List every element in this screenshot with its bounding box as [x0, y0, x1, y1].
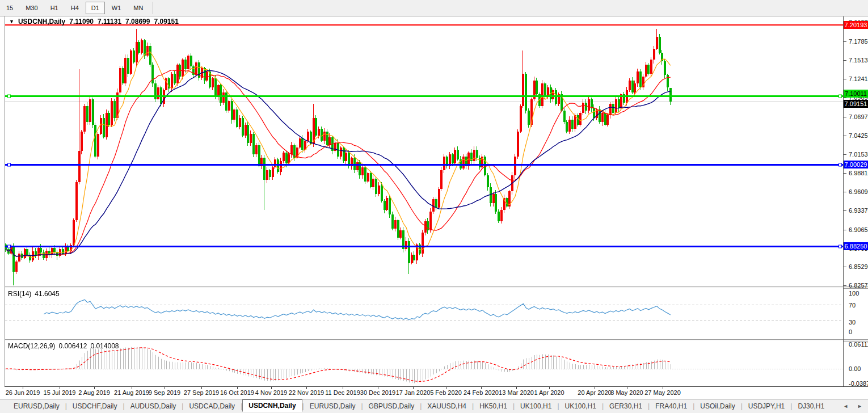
chart-tab-eurusd-daily[interactable]: EURUSD,Daily: [8, 401, 65, 412]
price-tick-label: 6.93370: [849, 207, 868, 214]
date-tick-label: 13 Mar 2020: [499, 389, 534, 396]
date-tick-label: 30 Dec 2019: [360, 389, 395, 396]
chart-tab-uk100-h1[interactable]: UK100,H1: [515, 401, 557, 412]
price-tick-mark: [844, 41, 846, 42]
date-tick-mark: [60, 387, 60, 389]
price-level-badge: 6.88250: [844, 242, 868, 250]
date-tick-label: 8 May 2020: [610, 389, 643, 396]
chart-left-border: [5, 16, 5, 386]
date-tick-mark: [627, 387, 627, 389]
rsi-indicator-canvas[interactable]: [5, 288, 843, 339]
price-level-badge: 7.20193: [844, 21, 868, 29]
date-tick-mark: [343, 387, 343, 389]
date-tick-mark: [516, 387, 517, 389]
rsi-axis-label: 30: [849, 319, 856, 326]
rsi-axis-label: 100: [849, 290, 859, 297]
price-tick-mark: [844, 136, 846, 136]
price-tick-mark: [844, 210, 846, 211]
date-tick-label: 24 Feb 2020: [464, 389, 499, 396]
price-axis-separator: [843, 16, 844, 386]
price-tick-label: 7.12410: [849, 75, 868, 82]
chart-tab-dj30-h1[interactable]: DJ30,H1: [792, 401, 830, 412]
macd-axis-label: 0.00: [849, 365, 861, 372]
date-tick-label: 9 Sep 2019: [149, 389, 180, 396]
chart-ohlc-title: ▼ USDCNH,Daily 7.11090 7.11131 7.08699 7…: [9, 18, 179, 26]
price-tick-label: 6.96090: [849, 188, 868, 195]
trading-terminal: 15M30H1H4D1W1MN ▼ USDCNH,Daily 7.11090 7…: [0, 0, 868, 413]
date-tick-label: 16 Oct 2019: [220, 389, 254, 396]
date-tick-mark: [94, 387, 95, 389]
price-tick-label: 7.01530: [849, 151, 868, 158]
price-level-badge: 7.10011: [844, 90, 868, 98]
date-tick-mark: [132, 387, 132, 389]
timeframe-button-m30[interactable]: M30: [20, 2, 43, 14]
date-tick-label: 22 Nov 2019: [289, 389, 324, 396]
price-chart-canvas[interactable]: [5, 16, 843, 286]
price-tick-label: 6.90650: [849, 226, 868, 233]
timeframe-button-15[interactable]: 15: [1, 2, 19, 14]
ohlc-high: 7.11131: [98, 18, 121, 26]
date-tick-mark: [306, 387, 307, 389]
ohlc-low: 7.08699: [125, 18, 150, 26]
timeframe-toolbar: 15M30H1H4D1W1MN: [0, 0, 868, 16]
price-tick-label: 6.85290: [849, 263, 868, 270]
price-tick-label: 7.17850: [849, 38, 868, 45]
timeframe-button-h1[interactable]: H1: [45, 2, 64, 14]
time-axis[interactable]: 26 Jun 201915 Jul 20192 Aug 201921 Aug 2…: [0, 387, 868, 399]
toolbar-separator: [153, 2, 153, 14]
macd-indicator-canvas[interactable]: [5, 340, 843, 386]
timeframe-button-d1[interactable]: D1: [86, 2, 105, 14]
date-tick-label: 2 Aug 2019: [78, 389, 110, 396]
date-tick-mark: [165, 387, 165, 389]
macd-label: MACD(12,26,9) 0.006412 0.014008: [8, 342, 119, 350]
price-tick-mark: [844, 154, 846, 155]
date-tick-mark: [237, 387, 238, 389]
date-tick-mark: [481, 387, 482, 389]
macd-name: MACD(12,26,9): [8, 342, 55, 350]
timeframe-button-mn[interactable]: MN: [128, 2, 149, 14]
ohlc-open: 7.11090: [69, 18, 94, 26]
date-tick-label: 4 Nov 2019: [255, 389, 287, 396]
date-tick-label: 20 Apr 2020: [578, 389, 611, 396]
price-tick-label: 6.82570: [849, 282, 868, 289]
chart-tab-hk50-h1[interactable]: HK50,H1: [474, 401, 513, 412]
price-tick-mark: [844, 98, 846, 98]
date-tick-mark: [595, 387, 595, 389]
price-tick-mark: [844, 60, 846, 61]
timeframe-button-h4[interactable]: H4: [65, 2, 85, 14]
timeframe-button-w1[interactable]: W1: [106, 2, 127, 14]
chart-tab-xauusd-h4[interactable]: XAUUSD,H4: [422, 401, 472, 412]
price-tick-label: 7.06970: [849, 113, 868, 120]
chart-tab-eurusd-daily[interactable]: EURUSD,Daily: [304, 401, 361, 412]
chart-tab-ger30-h1[interactable]: GER30,H1: [604, 401, 648, 412]
chart-tab-gbpusd-daily[interactable]: GBPUSD,Daily: [363, 401, 420, 412]
chart-tab-usdchf-daily[interactable]: USDCHF,Daily: [67, 401, 123, 412]
rsi-axis-label: 0: [849, 328, 852, 335]
price-tick-mark: [844, 230, 846, 230]
ohlc-close: 7.09151: [154, 18, 178, 26]
chart-tab-usdjpy-h1[interactable]: USDJPY,H1: [743, 401, 790, 412]
tab-scroll-right-icon[interactable]: ►: [857, 403, 862, 409]
chart-tab-usdcnh-daily[interactable]: USDCNH,Daily: [242, 399, 302, 412]
symbol-dropdown-icon[interactable]: ▼: [9, 19, 14, 24]
chart-tab-uk100-h1[interactable]: UK100,H1: [559, 401, 602, 412]
chart-symbol: USDCNH,Daily: [18, 18, 65, 26]
date-tick-mark: [663, 387, 663, 389]
date-tick-mark: [446, 387, 446, 389]
chart-tab-audusd-daily[interactable]: AUDUSD,Daily: [125, 401, 182, 412]
price-level-badge: 7.00029: [844, 161, 868, 168]
date-tick-label: 27 May 2020: [644, 389, 681, 396]
date-tick-mark: [23, 387, 23, 389]
date-tick-label: 1 Apr 2020: [534, 389, 564, 396]
date-tick-label: 26 Jun 2019: [6, 389, 40, 396]
tab-scroll-left-icon[interactable]: ◄: [843, 403, 848, 409]
rsi-name: RSI(14): [8, 290, 31, 298]
chart-tab-usoil-daily[interactable]: USOil,Daily: [694, 401, 740, 412]
rsi-axis-label: 70: [849, 302, 856, 309]
date-tick-mark: [201, 387, 202, 389]
chart-tab-fra40-h1[interactable]: FRA40,H1: [650, 401, 693, 412]
rsi-value: 41.6045: [35, 290, 59, 298]
price-tick-mark: [844, 285, 846, 286]
price-tick-label: 6.98810: [849, 170, 868, 176]
chart-tab-usdcad-daily[interactable]: USDCAD,Daily: [183, 401, 241, 412]
